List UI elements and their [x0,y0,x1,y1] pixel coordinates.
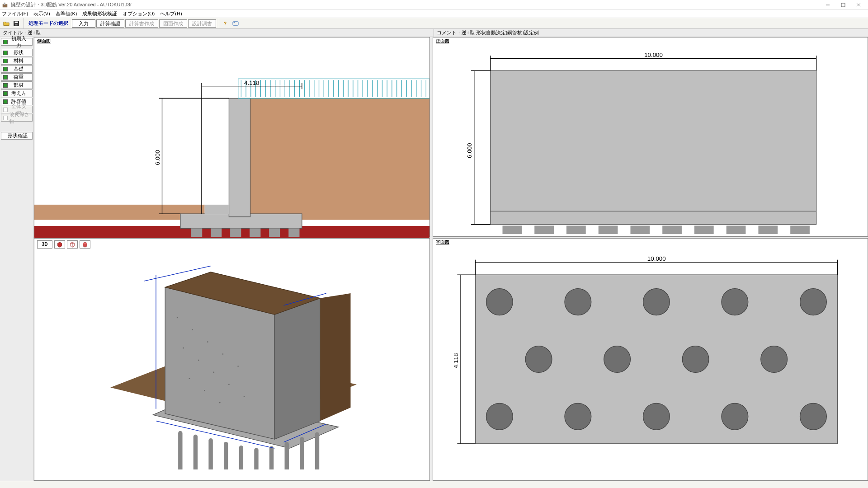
svg-rect-82 [758,225,778,234]
svg-point-106 [207,341,208,343]
svg-rect-19 [211,228,222,237]
maximize-button[interactable] [835,0,851,9]
3d-toolbar: 3D [37,240,90,249]
svg-point-115 [204,390,205,391]
svg-text:?: ? [224,20,226,26]
3d-cube-wire-icon[interactable] [67,240,78,249]
mode-tab-input[interactable]: 入力 [72,19,95,28]
sidebar-item-approach[interactable]: 考え方 [1,89,33,97]
svg-rect-23 [288,228,299,237]
svg-point-135 [682,346,709,372]
menu-reference[interactable]: 基準値(K) [56,10,77,17]
check-icon [3,108,8,112]
mode-tab-report[interactable]: 計算書作成 [125,19,158,28]
close-button[interactable] [851,0,866,9]
svg-rect-10 [233,21,238,25]
sidebar-item-foundation[interactable]: 基礎 [1,65,33,73]
pane-label-side: 側面図 [36,38,52,44]
help-icon[interactable]: ? [221,19,230,28]
sidebar-item-label: 部材 [9,82,32,89]
mode-tab-design-table[interactable]: 設計調書 [188,19,216,28]
svg-point-131 [722,289,748,315]
menu-option[interactable]: オプション(O) [123,10,155,17]
menu-shape-check[interactable]: 成果物形状検証 [82,10,117,17]
svg-marker-101 [274,298,320,439]
svg-text:6.000: 6.000 [154,150,161,165]
svg-point-128 [486,289,513,315]
pane-3d-view[interactable]: 3D [34,238,430,481]
sidebar-item-shape[interactable]: 形状 [1,49,33,56]
3d-cube-red-icon[interactable] [54,240,65,249]
svg-point-132 [800,289,826,315]
svg-rect-3 [841,3,845,7]
svg-rect-83 [790,225,810,234]
svg-point-111 [213,371,214,373]
sidebar-item-label: 改良深さ,幅 [9,111,32,125]
svg-point-113 [244,396,245,397]
svg-rect-81 [726,225,746,234]
info-comment-value: 逆T型 形状自動決定(鋼管杭)設定例 [462,29,539,36]
check-icon [3,59,8,63]
check-icon [3,75,8,80]
info-icon[interactable] [231,19,240,28]
svg-point-114 [189,378,190,379]
svg-text:4.118: 4.118 [244,80,259,86]
3d-button[interactable]: 3D [37,240,52,249]
info-title-cell: タイトル： 逆T型 [0,29,434,37]
sidebar-item-label: 形状 [9,49,32,56]
menu-help[interactable]: ヘルプ(H) [160,10,182,17]
sidebar: 初期入力 形状 材料 基礎 荷重 部材 考え方 許容値 全体安定 改良深さ,幅 … [0,37,34,481]
mode-tab-calc-confirm[interactable]: 計算確認 [96,19,124,28]
3d-cube-solid-icon[interactable] [80,240,90,249]
svg-point-108 [237,366,239,367]
svg-point-140 [722,403,748,430]
sidebar-shape-confirm[interactable]: 形状確認 [1,132,33,140]
svg-rect-22 [269,228,280,237]
check-icon [3,51,8,55]
window-title: 擁壁の設計・3D配筋 Ver.20 Advanced - AUTOKUI1.f8… [11,1,820,8]
svg-rect-80 [694,225,714,234]
status-bar [0,481,868,488]
svg-rect-11 [234,22,236,23]
check-icon [3,99,8,104]
mode-tab-drawing[interactable]: 図面作成 [159,19,187,28]
sidebar-item-label: 荷重 [9,74,32,80]
menu-file[interactable]: ファイル(F) [2,10,28,17]
svg-rect-18 [191,228,202,237]
svg-point-138 [565,403,591,430]
mode-select-label: 処理モードの選択 [26,20,71,27]
svg-rect-20 [230,228,241,237]
pane-plan-view[interactable]: 平面図 10.000 4.118 [433,238,868,481]
svg-point-139 [643,403,670,430]
svg-point-133 [525,346,552,372]
svg-point-105 [192,329,193,330]
svg-point-130 [643,289,670,315]
pane-side-view[interactable]: 側面図 [34,37,430,237]
svg-point-112 [228,384,230,385]
pane-label-front: 正面図 [435,38,450,44]
sidebar-initial-label: 初期入力 [9,35,32,49]
svg-marker-92 [58,242,62,247]
info-comment-label: コメント： [437,29,462,36]
sidebar-item-member[interactable]: 部材 [1,81,33,89]
plan-view-drawing: 10.000 4.118 [433,239,868,468]
sidebar-item-load[interactable]: 荷重 [1,73,33,81]
pane-front-view[interactable]: 正面図 10.000 6.000 [433,37,868,237]
svg-text:10.000: 10.000 [647,255,666,262]
sidebar-item-material[interactable]: 材料 [1,57,33,65]
svg-marker-103 [320,293,350,421]
minimize-button[interactable] [820,0,835,9]
open-file-button[interactable] [2,19,11,28]
svg-rect-13 [34,205,205,220]
svg-text:10.000: 10.000 [644,52,663,58]
toolbar: 処理モードの選択 入力 計算確認 計算書作成 図面作成 設計調書 ? [0,18,868,29]
check-icon [3,83,8,88]
svg-text:6.000: 6.000 [466,143,473,158]
svg-point-141 [800,403,826,430]
sidebar-initial-input[interactable]: 初期入力 [1,38,33,46]
svg-point-116 [219,402,221,404]
svg-rect-1 [4,2,5,5]
svg-point-109 [183,347,184,349]
save-file-button[interactable] [12,19,21,28]
menu-view[interactable]: 表示(V) [33,10,50,17]
